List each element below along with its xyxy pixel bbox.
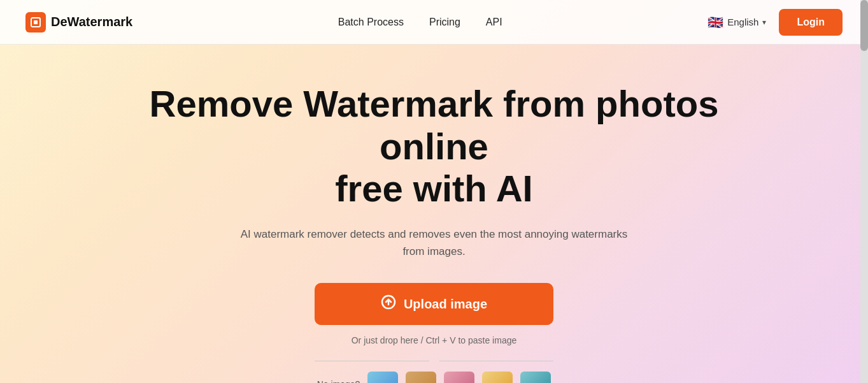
drop-hint: Or just drop here / Ctrl + V to paste im… (352, 335, 517, 345)
divider-row (315, 361, 553, 361)
nav-api[interactable]: API (486, 17, 502, 28)
svg-rect-1 (34, 20, 38, 24)
sample-images-row: No image? (317, 372, 551, 383)
hero-title: Remove Watermark from photos online free… (148, 83, 721, 210)
scrollbar-thumb[interactable] (860, 0, 868, 51)
nav-pricing[interactable]: Pricing (429, 17, 460, 28)
divider-left (315, 361, 429, 361)
sample-image-5[interactable] (520, 372, 551, 383)
header: DeWatermark Batch Process Pricing API 🇬🇧… (0, 0, 868, 45)
scrollbar[interactable] (860, 0, 868, 383)
chevron-down-icon: ▾ (762, 18, 766, 27)
divider-right (439, 361, 554, 361)
upload-image-button[interactable]: Upload image (315, 283, 553, 325)
logo-icon (25, 12, 46, 33)
nav-batch-process[interactable]: Batch Process (338, 17, 404, 28)
sample-image-2[interactable] (406, 372, 436, 383)
sample-image-4[interactable] (482, 372, 513, 383)
upload-label: Upload image (404, 297, 487, 312)
logo[interactable]: DeWatermark (25, 12, 132, 33)
login-button[interactable]: Login (779, 9, 843, 36)
flag-icon: 🇬🇧 (708, 15, 723, 30)
nav-right: 🇬🇧 English ▾ Login (708, 9, 843, 36)
sample-image-3[interactable] (444, 372, 474, 383)
no-image-label: No image? (317, 379, 360, 383)
hero-section: Remove Watermark from photos online free… (0, 45, 868, 383)
main-nav: Batch Process Pricing API (338, 17, 502, 28)
logo-text: DeWatermark (51, 15, 132, 29)
sample-image-1[interactable] (367, 372, 398, 383)
language-selector[interactable]: 🇬🇧 English ▾ (708, 15, 766, 30)
hero-subtitle: AI watermark remover detects and removes… (237, 226, 632, 260)
language-label: English (727, 17, 758, 27)
upload-icon (381, 294, 396, 314)
